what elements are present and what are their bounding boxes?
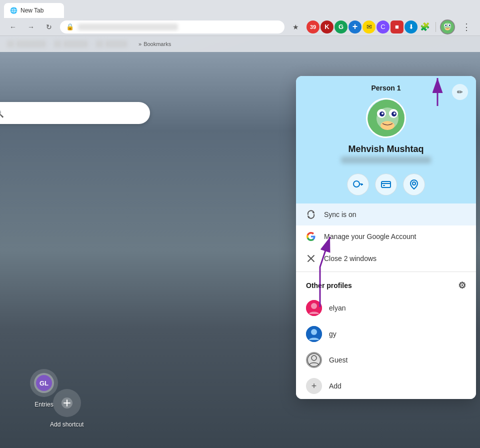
reload-button[interactable]: ↻ [42, 20, 56, 34]
extension-plus-icon[interactable]: + [348, 20, 362, 34]
gy-avatar-svg [306, 326, 322, 342]
bookmarks-more: » [138, 41, 142, 47]
panel-avatar [366, 98, 406, 138]
svg-point-21 [354, 181, 360, 187]
address-bar-row: ← → ↻ 🔒 ★ 39 K G + ✉ C ■ [0, 18, 480, 36]
google-search-bar[interactable]: 🎤 🔍 [0, 102, 150, 124]
extension-badge-icon[interactable]: 39 [306, 20, 320, 34]
close-windows-menu-item[interactable]: Close 2 windows [296, 248, 476, 270]
edit-profile-button[interactable]: ✏ [452, 84, 468, 100]
plus-icon [61, 397, 73, 409]
guest-avatar-svg [307, 353, 321, 367]
google-icon-svg [306, 232, 316, 241]
addresses-button[interactable] [403, 174, 425, 196]
bookmark-item-1[interactable] [4, 40, 49, 48]
panel-quick-icons [347, 174, 425, 196]
frog-avatar-svg [441, 20, 454, 34]
forward-button[interactable]: → [24, 20, 38, 34]
google-search-area: 🎤 🔍 [0, 102, 150, 124]
three-dots-menu[interactable]: ⋮ [459, 20, 474, 34]
svg-point-28 [412, 182, 416, 185]
panel-section-divider [296, 272, 476, 272]
passwords-button[interactable] [347, 174, 369, 196]
add-shortcut-container: Add shortcut [50, 389, 84, 428]
profiles-settings-button[interactable]: ⚙ [458, 280, 466, 291]
bookmark-item-3[interactable] [93, 40, 130, 48]
add-shortcut-button[interactable] [53, 389, 81, 417]
new-tab-content: GL Entries Add shortcut 🎤 🔍 [0, 52, 480, 448]
add-icon: + [306, 378, 322, 394]
panel-header: Person 1 ✏ [296, 76, 476, 204]
svg-point-37 [307, 353, 321, 367]
profile-list-item-elyan[interactable]: elyan [296, 295, 476, 321]
panel-avatar-svg [368, 100, 406, 138]
address-bar[interactable]: 🔒 [60, 20, 284, 34]
add-label: Add [329, 382, 342, 390]
panel-body: Sync is on Manage your Google Account [296, 204, 476, 399]
lens-icon: 🔍 [0, 108, 4, 118]
svg-point-4 [445, 24, 446, 26]
svg-text:GL: GL [40, 380, 48, 387]
extension-grammarly-icon[interactable]: G [334, 20, 348, 34]
gy-avatar [306, 326, 322, 342]
bookmarks-bar: » Bookmarks [0, 36, 480, 52]
active-tab[interactable]: 🌐 New Tab [4, 3, 64, 18]
svg-rect-25 [382, 182, 390, 188]
tab-label: New Tab [20, 7, 44, 14]
location-pin-icon [408, 179, 420, 190]
tab-favicon: 🌐 [10, 7, 18, 14]
extension-red-icon[interactable]: ■ [390, 20, 404, 34]
extension-puzzle-icon[interactable]: 🧩 [418, 20, 432, 34]
other-profiles-header: Other profiles ⚙ [296, 274, 476, 295]
svg-point-36 [311, 329, 317, 335]
card-icon [380, 179, 392, 190]
add-shortcut-label: Add shortcut [50, 421, 84, 428]
profile-panel: Person 1 ✏ [296, 76, 476, 399]
close-windows-label: Close 2 windows [324, 254, 376, 262]
back-button[interactable]: ← [6, 20, 20, 34]
elyan-avatar-svg [306, 300, 322, 316]
svg-point-19 [394, 112, 396, 114]
guest-name: Guest [329, 356, 348, 364]
extension-download-icon[interactable]: ⬇ [404, 20, 418, 34]
sync-menu-item[interactable]: Sync is on [296, 204, 476, 226]
tab-bar: 🌐 New Tab [0, 0, 480, 18]
person-label: Person 1 [371, 84, 400, 92]
panel-user-name: Mehvish Mushtaq [348, 144, 424, 154]
elyan-avatar [306, 300, 322, 316]
google-g-icon [306, 232, 316, 242]
svg-rect-27 [383, 185, 385, 186]
bookmark-item-2[interactable] [51, 40, 91, 48]
extension-mail-icon[interactable]: ✉ [362, 20, 376, 34]
svg-point-18 [382, 112, 384, 114]
sync-icon [306, 210, 316, 220]
extension-k-icon[interactable]: K [320, 20, 334, 34]
svg-point-5 [449, 24, 450, 26]
browser-frame: 🌐 New Tab ← → ↻ 🔒 ★ 39 K G + [0, 0, 480, 448]
guest-avatar [306, 352, 322, 368]
key-icon [352, 179, 364, 190]
svg-point-34 [311, 303, 317, 309]
sync-label: Sync is on [324, 210, 356, 218]
url-text [78, 24, 178, 30]
other-profiles-label: Other profiles [306, 282, 352, 290]
svg-point-38 [312, 356, 316, 360]
svg-point-20 [380, 121, 394, 130]
bookmark-item-4[interactable]: » Bookmarks [132, 40, 174, 48]
profile-list-item-guest[interactable]: Guest [296, 347, 476, 373]
sync-arrows-icon [306, 210, 316, 219]
pencil-icon: ✏ [457, 88, 463, 96]
profile-avatar-button[interactable] [440, 20, 455, 34]
add-profile-item[interactable]: + Add [296, 373, 476, 399]
extension-cursor-icon[interactable]: C [376, 20, 390, 34]
extension-icons: 39 K G + ✉ C ■ ⬇ 🧩 [306, 20, 432, 34]
x-icon-svg [307, 254, 315, 262]
profile-list-item-gy[interactable]: gy [296, 321, 476, 347]
panel-email-blurred [341, 156, 431, 164]
svg-point-6 [445, 27, 450, 30]
bookmark-button[interactable]: ★ [288, 20, 302, 34]
payments-button[interactable] [375, 174, 397, 196]
gy-name: gy [329, 330, 336, 338]
manage-account-label: Manage your Google Account [324, 232, 416, 240]
manage-account-menu-item[interactable]: Manage your Google Account [296, 226, 476, 248]
